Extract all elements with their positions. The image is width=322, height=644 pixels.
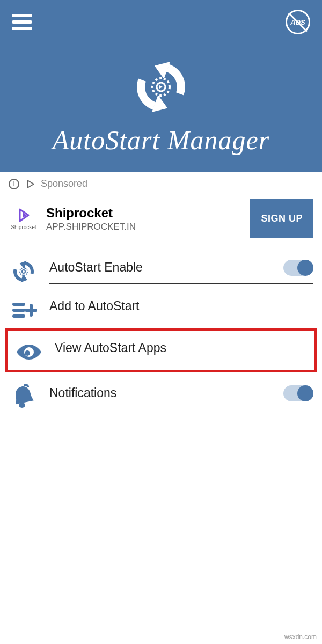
svg-rect-8 [12, 303, 25, 306]
ad-banner[interactable]: Shiprocket Shiprocket APP.SHIPROCKET.IN … [0, 196, 322, 249]
svg-rect-12 [25, 309, 37, 312]
app-logo-area: AutoStart Manager [53, 55, 269, 156]
ad-icon-label: Shiprocket [11, 224, 36, 230]
menu-item-add-autostart[interactable]: Add to AutoStart [0, 288, 322, 326]
refresh-gear-logo-icon [129, 55, 193, 119]
ad-url: APP.SHIPROCKET.IN [46, 222, 243, 232]
menu-label: View AutoStart Apps [55, 341, 166, 355]
svg-marker-3 [27, 180, 34, 188]
refresh-gear-icon [9, 259, 39, 284]
ad-app-icon: Shiprocket [9, 207, 39, 230]
info-icon[interactable]: i [9, 179, 19, 189]
menu-list: AutoStart Enable Add to AutoStart [0, 249, 322, 413]
svg-point-14 [25, 350, 30, 356]
ads-badge-label: ADS [290, 18, 305, 26]
signup-button[interactable]: SIGN UP [250, 199, 313, 238]
play-outline-icon[interactable] [25, 179, 35, 189]
svg-point-15 [19, 402, 25, 408]
svg-point-6 [20, 268, 27, 275]
menu-label: AutoStart Enable [49, 260, 143, 275]
sponsored-label: Sponsored [41, 178, 87, 189]
ad-title: Shiprocket [46, 206, 243, 221]
header-top-bar: ADS [0, 0, 322, 44]
app-title: AutoStart Manager [53, 125, 269, 156]
ad-text: Shiprocket APP.SHIPROCKET.IN [46, 206, 243, 232]
notifications-toggle[interactable] [283, 385, 313, 401]
no-ads-icon[interactable]: ADS [286, 10, 310, 34]
svg-rect-9 [12, 309, 25, 312]
menu-label: Notifications [49, 386, 116, 400]
svg-rect-10 [12, 314, 25, 318]
bell-icon [9, 384, 39, 410]
svg-marker-2 [159, 85, 163, 89]
menu-item-notifications[interactable]: Notifications [0, 375, 322, 413]
menu-item-autostart-enable[interactable]: AutoStart Enable [0, 249, 322, 288]
watermark: wsxdn.com [284, 633, 317, 641]
list-plus-icon [9, 297, 39, 323]
shiprocket-icon [16, 207, 32, 223]
sponsored-indicator: i Sponsored [0, 172, 322, 196]
menu-label: Add to AutoStart [49, 299, 140, 313]
svg-point-7 [22, 270, 25, 273]
menu-button[interactable] [12, 14, 32, 30]
menu-item-view-apps[interactable]: View AutoStart Apps [5, 328, 317, 372]
autostart-toggle[interactable] [283, 260, 313, 276]
app-header: ADS AutoStart Manager [0, 0, 322, 172]
eye-icon [14, 339, 44, 365]
